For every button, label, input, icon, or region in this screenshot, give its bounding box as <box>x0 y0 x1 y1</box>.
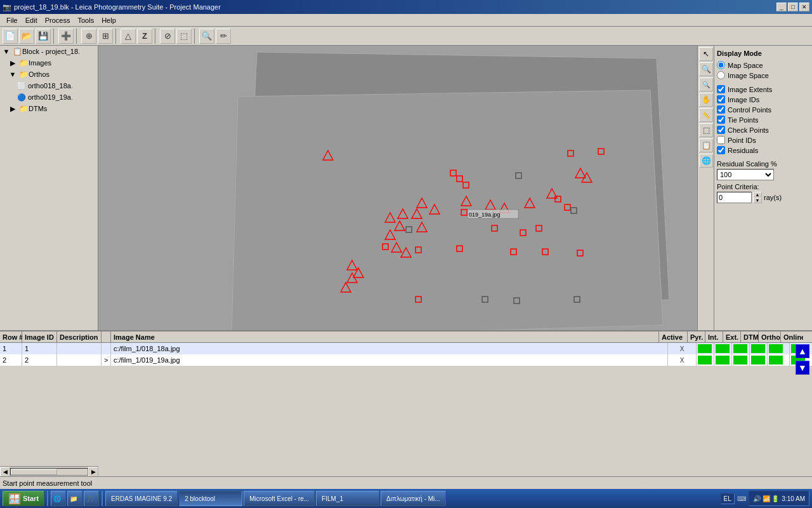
zoom-in-button[interactable]: 🔍 <box>199 29 214 44</box>
save-button[interactable]: 💾 <box>36 29 51 44</box>
menu-file[interactable]: File <box>3 15 22 25</box>
title-bar: 📷 project_18_19.blk - Leica Photogrammet… <box>0 0 812 14</box>
taskbar-film[interactable]: FILM_1 <box>316 491 379 506</box>
taskbar-ie-icon[interactable]: 🌐 <box>51 491 66 506</box>
tree-dtms[interactable]: ▶ 📁 DTMs <box>0 103 98 114</box>
taskbar-blocktool[interactable]: 2 blocktool <box>179 491 242 506</box>
nav-up-button[interactable]: ▲ <box>796 344 809 358</box>
left-scroll-left[interactable]: ◀ <box>0 467 10 477</box>
left-panel: ▼ 📋 Block - project_18. ▶ 📁 Images ▼ 📁 O… <box>0 46 98 330</box>
sys-tray[interactable]: 🔊 📶 🔋 3:10 AM <box>749 491 809 506</box>
check-points-check-row[interactable]: Check Points <box>717 126 809 134</box>
taskbar-erdas[interactable]: ERDAS IMAGINE 9.2 <box>105 491 178 506</box>
taskbar-diplom[interactable]: Διπλωματική - Mi... <box>381 491 446 506</box>
control-points-check-row[interactable]: Control Points <box>717 105 809 114</box>
triangle-button[interactable]: △ <box>121 29 136 44</box>
col-row-num: Row # <box>0 331 22 342</box>
display-mode-title: Display Mode <box>717 50 809 57</box>
control-points-label: Control Points <box>728 106 771 114</box>
image-ids-checkbox[interactable] <box>717 95 725 104</box>
menu-tools[interactable]: Tools <box>74 15 98 25</box>
control-points-checkbox[interactable] <box>717 105 725 114</box>
menu-help[interactable]: Help <box>98 15 120 25</box>
spin-down-button[interactable]: ▼ <box>753 197 762 203</box>
blocktool-label: 2 blocktool <box>185 495 215 502</box>
maximize-button[interactable]: □ <box>788 3 798 11</box>
start-button[interactable]: 🪟 Start <box>3 491 44 506</box>
copy-btn[interactable]: 📋 <box>699 138 713 152</box>
target-button[interactable]: ⊕ <box>81 29 96 44</box>
left-scroll-right[interactable]: ▶ <box>88 467 98 477</box>
new-button[interactable]: 📄 <box>3 29 18 44</box>
point-criteria-row: ▲ ▼ ray(s) <box>717 192 809 203</box>
add-button[interactable]: ➕ <box>58 29 74 44</box>
minimize-button[interactable]: _ <box>776 3 787 11</box>
spin-up-button[interactable]: ▲ <box>753 192 762 197</box>
zoom-out-btn[interactable]: 🔍 <box>699 77 713 91</box>
map-space-radio[interactable] <box>717 61 725 69</box>
cell-row-2-id: 2 <box>22 354 57 366</box>
col-description: Description <box>57 331 102 342</box>
residuals-checkbox[interactable] <box>717 146 725 154</box>
tie-points-checkbox[interactable] <box>717 116 725 124</box>
image-space-radio[interactable] <box>717 71 725 79</box>
images-expand-icon: ▶ <box>8 58 18 68</box>
nav-down-button[interactable]: ▼ <box>796 361 809 375</box>
table-header: Row # Image ID Description Image Name Ac… <box>0 331 812 343</box>
cell-row-1-ext <box>732 343 750 354</box>
cell-row-2-desc <box>57 354 102 366</box>
cell-row-2-num: 2 <box>0 354 22 366</box>
refresh-btn[interactable]: 🌐 <box>699 154 713 168</box>
table-row[interactable]: 2 2 > c:/film_1/019_19a.jpg X <box>0 354 812 366</box>
image-extents-check-row[interactable]: Image Extents <box>717 85 809 93</box>
tie-points-check-row[interactable]: Tie Points <box>717 116 809 124</box>
z-button[interactable]: Z <box>137 29 152 44</box>
open-button[interactable]: 📂 <box>19 29 34 44</box>
pan-btn[interactable]: ✋ <box>699 93 713 107</box>
bottom-area: Row # Image ID Description Image Name Ac… <box>0 330 812 489</box>
table-row[interactable]: 1 1 c:/film_1/018_18a.jpg X <box>0 343 812 354</box>
image-ids-check-row[interactable]: Image IDs <box>717 95 809 104</box>
viewport[interactable]: 019_19a.jpg <box>98 46 697 330</box>
map-space-radio-row[interactable]: Map Space <box>717 61 809 69</box>
crosshair-button[interactable]: ⊞ <box>98 29 113 44</box>
edit-button[interactable]: ✏ <box>216 29 231 44</box>
pointer-button[interactable]: ⊘ <box>160 29 175 44</box>
residual-scaling-select[interactable]: 100 200 50 <box>717 169 774 180</box>
taskbar-excel[interactable]: Microsoft Excel - re... <box>244 491 315 506</box>
residuals-check-row[interactable]: Residuals <box>717 146 809 154</box>
taskbar-folder-icon[interactable]: 📁 <box>67 491 82 506</box>
close-button[interactable]: ✕ <box>799 3 809 11</box>
tree-images-label: Images <box>29 59 51 67</box>
zoom-in-btn[interactable]: 🔍 <box>699 62 713 76</box>
title-bar-controls[interactable]: _ □ ✕ <box>776 3 809 11</box>
toolbar-sep1 <box>53 29 56 44</box>
point-ids-check-row[interactable]: Point IDs <box>717 136 809 144</box>
point-ids-checkbox[interactable] <box>717 136 725 144</box>
image-space-radio-row[interactable]: Image Space <box>717 71 809 79</box>
left-scroll-track[interactable] <box>10 468 88 476</box>
measure-btn[interactable]: 📏 <box>699 108 713 122</box>
col-pyr: Pyr. <box>688 331 705 342</box>
point-criteria-spinner[interactable]: ▲ ▼ <box>753 192 762 203</box>
image-extents-checkbox[interactable] <box>717 85 725 93</box>
menu-edit[interactable]: Edit <box>22 15 41 25</box>
tree-ortho018[interactable]: ⬜ ortho018_18a. <box>0 80 98 91</box>
tree-ortho019[interactable]: 🔵 ortho019_19a. <box>0 91 98 103</box>
menu-process[interactable]: Process <box>41 15 74 25</box>
taskbar-sep2 <box>102 491 103 506</box>
map-space-label: Map Space <box>728 62 763 69</box>
tree-orthos[interactable]: ▼ 📁 Orthos <box>0 69 98 80</box>
point-criteria-input[interactable] <box>717 192 752 203</box>
taskbar-media-icon[interactable]: 🎵 <box>84 491 99 506</box>
check-points-checkbox[interactable] <box>717 126 725 134</box>
tree-images[interactable]: ▶ 📁 Images <box>0 57 98 69</box>
arrow-tool-btn[interactable]: ↖ <box>699 47 713 61</box>
left-panel-scrollbar[interactable]: ◀ ▶ <box>0 466 98 476</box>
tree-root[interactable]: ▼ 📋 Block - project_18. <box>0 46 98 57</box>
left-scroll-thumb[interactable] <box>11 469 57 475</box>
select-rect-btn[interactable]: ⬚ <box>699 123 713 137</box>
rect-button[interactable]: ⬚ <box>176 29 192 44</box>
image-extents-label: Image Extents <box>728 86 772 93</box>
title-bar-text: 📷 project_18_19.blk - Leica Photogrammet… <box>3 3 221 11</box>
